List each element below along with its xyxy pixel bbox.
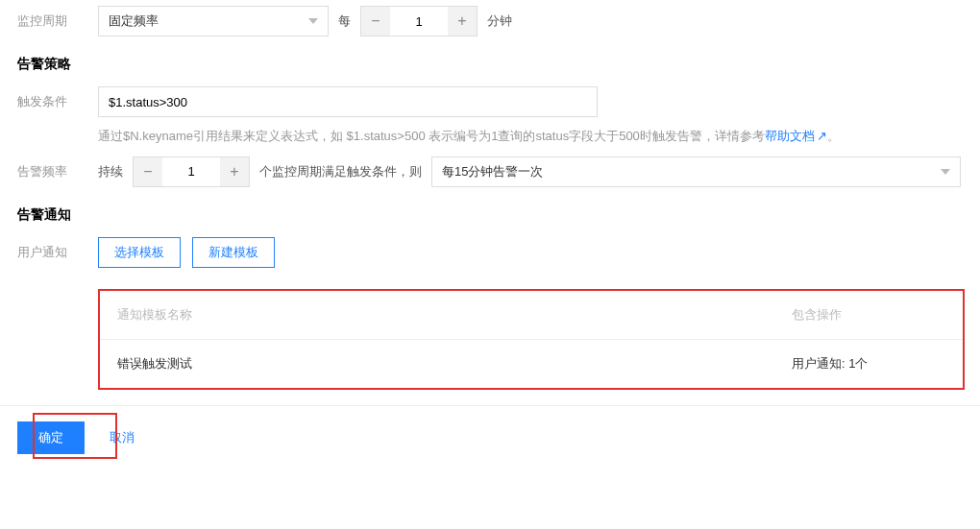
period-value-stepper[interactable]: − + — [360, 6, 478, 36]
new-template-button[interactable]: 新建模板 — [192, 237, 275, 268]
period-mode-dropdown[interactable]: 固定频率 — [98, 6, 329, 36]
freq-label: 告警频率 — [17, 163, 98, 180]
chevron-down-icon — [941, 169, 950, 175]
template-ops-cell: 用户通知: 1个 — [792, 355, 945, 373]
table-row: 错误触发测试 用户通知: 1个 — [100, 340, 963, 388]
user-notify-label: 用户通知 — [17, 244, 98, 261]
freq-decrement-button[interactable]: − — [134, 157, 162, 186]
period-value-input[interactable] — [390, 7, 448, 36]
freq-option-dropdown[interactable]: 每15分钟告警一次 — [431, 156, 961, 187]
period-increment-button[interactable]: + — [448, 7, 477, 36]
confirm-button[interactable]: 确定 — [17, 421, 85, 454]
period-decrement-button[interactable]: − — [361, 7, 390, 36]
select-template-button[interactable]: 选择模板 — [98, 237, 181, 268]
period-every-label: 每 — [329, 12, 360, 30]
trigger-hint-suffix: 。 — [827, 129, 840, 143]
trigger-expression-input[interactable] — [98, 86, 598, 117]
period-mode-value: 固定频率 — [109, 12, 159, 30]
notify-section-title: 告警通知 — [0, 193, 980, 231]
help-docs-link[interactable]: 帮助文档 — [765, 129, 815, 143]
period-unit-label: 分钟 — [478, 12, 522, 30]
freq-suffix: 个监控周期满足触发条件，则 — [250, 163, 431, 180]
trigger-label: 触发条件 — [17, 93, 98, 110]
cancel-button[interactable]: 取消 — [104, 429, 144, 446]
template-table-highlight: 通知模板名称 包含操作 错误触发测试 用户通知: 1个 — [98, 289, 965, 390]
freq-value-stepper[interactable]: − + — [133, 156, 250, 187]
freq-option-value: 每15分钟告警一次 — [442, 163, 543, 180]
trigger-hint-text: 通过$N.keyname引用结果来定义表达式，如 $1.status>500 表… — [98, 129, 765, 143]
chevron-down-icon — [308, 18, 318, 24]
th-template-name: 通知模板名称 — [117, 306, 792, 324]
external-link-icon: ↗ — [817, 129, 827, 143]
strategy-section-title: 告警策略 — [0, 42, 980, 81]
th-operations: 包含操作 — [792, 306, 945, 324]
freq-increment-button[interactable]: + — [220, 157, 249, 186]
freq-prefix: 持续 — [98, 163, 133, 180]
template-name-cell: 错误触发测试 — [117, 355, 792, 373]
freq-value-input[interactable] — [162, 157, 220, 186]
period-label: 监控周期 — [17, 12, 98, 30]
